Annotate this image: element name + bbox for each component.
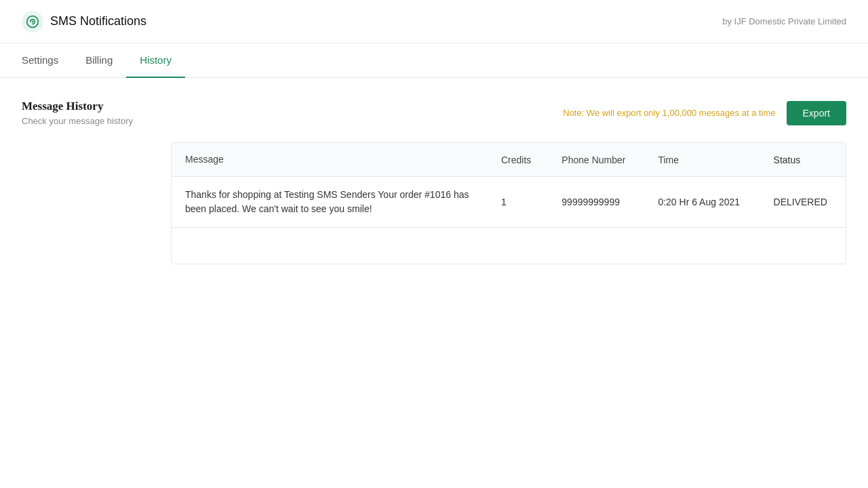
navigation-tabs: Settings Billing History [0, 43, 868, 78]
cell-credits-0: 1 [488, 177, 548, 228]
cell-status-0: DELIVERED [760, 177, 846, 228]
app-header: SMS Notifications by IJF Domestic Privat… [0, 0, 868, 43]
cell-message-1 [172, 228, 488, 264]
table-row-faded [172, 228, 846, 264]
cell-phone-0: 99999999999 [548, 177, 644, 228]
content-header: Message History Check your message histo… [22, 100, 846, 126]
export-note: Note: We will export only 1,00,000 messa… [563, 108, 775, 118]
company-name: by IJF Domestic Private Limited [722, 16, 846, 26]
app-title: SMS Notifications [50, 14, 146, 28]
col-time: Time [644, 143, 760, 177]
cell-credits-1 [488, 228, 548, 264]
message-history-table: Message Credits Phone Number Time Status… [171, 142, 846, 264]
page-title-block: Message History Check your message histo… [22, 100, 133, 126]
export-button[interactable]: Export [787, 101, 846, 125]
cell-status-1 [760, 228, 846, 264]
cell-time-1 [644, 228, 760, 264]
page-subtitle: Check your message history [22, 116, 133, 126]
svg-point-1 [32, 20, 34, 22]
header-actions: Note: We will export only 1,00,000 messa… [563, 101, 846, 125]
col-status: Status [760, 143, 846, 177]
col-phone-number: Phone Number [548, 143, 644, 177]
table-header-row: Message Credits Phone Number Time Status [172, 143, 846, 177]
main-content: Message History Check your message histo… [0, 78, 868, 286]
table-row: Thanks for shopping at Testing SMS Sende… [172, 177, 846, 228]
cell-message-0: Thanks for shopping at Testing SMS Sende… [172, 177, 488, 228]
page-title: Message History [22, 100, 133, 113]
tab-history[interactable]: History [126, 43, 185, 78]
tab-settings[interactable]: Settings [22, 43, 72, 78]
cell-phone-1 [548, 228, 644, 264]
header-left: SMS Notifications [22, 11, 146, 33]
col-message: Message [172, 143, 488, 177]
col-credits: Credits [488, 143, 548, 177]
app-logo [22, 11, 43, 33]
cell-time-0: 0:20 Hr 6 Aug 2021 [644, 177, 760, 228]
tab-billing[interactable]: Billing [72, 43, 126, 78]
